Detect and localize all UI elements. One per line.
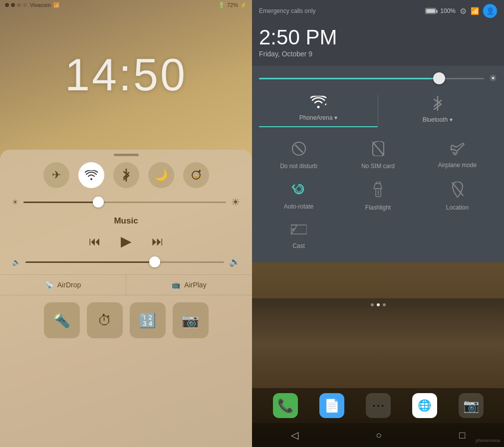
phonearena-watermark: phoneArena [476, 438, 500, 443]
android-brightness-thumb[interactable] [433, 72, 445, 84]
ios-control-center: ✈ 🌙 [0, 150, 252, 447]
android-back-button[interactable]: ◁ [281, 426, 308, 444]
android-status-right: 100% ⚙ 📶 👤 [425, 4, 497, 18]
android-toggle-autorotate[interactable]: Auto-rotate [259, 176, 338, 217]
android-nosim-icon [372, 141, 385, 160]
ios-lock-screen-top: 14:50 [0, 0, 252, 150]
android-toggle-airplane[interactable]: Airplane mode [418, 135, 497, 176]
android-autorotate-icon [291, 182, 306, 200]
android-toggle-donotdisturb[interactable]: Do not disturb [259, 135, 338, 176]
android-location-label: Location [446, 204, 469, 211]
ios-airdrop-button[interactable]: 📡 AirDrop [0, 275, 126, 295]
android-battery-fill [426, 9, 435, 13]
ios-music-section: Music ⏮ ▶ ⏭ [0, 216, 252, 249]
ios-brightness-thumb[interactable] [93, 197, 104, 208]
android-recents-button[interactable]: □ [449, 427, 475, 444]
android-home-button[interactable]: ○ [366, 427, 392, 444]
android-dock-apps[interactable]: ⋯ [366, 393, 391, 418]
ios-volume-track[interactable] [25, 261, 224, 263]
ios-rewind-button[interactable]: ⏮ [89, 234, 101, 248]
ios-clock: 14:50 [65, 49, 187, 101]
ios-toggle-bluetooth[interactable] [113, 162, 139, 188]
ios-calculator-button[interactable]: 🔢 [130, 302, 166, 338]
android-nosim-label: No SIM card [361, 163, 395, 170]
svg-line-4 [373, 142, 384, 155]
svg-line-13 [452, 183, 463, 196]
android-brightness-row: ☀ [259, 73, 497, 84]
ios-panel: Vivacom 📶 🔋 72% ⚡ 14:50 ✈ [0, 0, 252, 447]
ios-flashlight-button[interactable]: 🔦 [44, 302, 80, 338]
android-page-dot-3 [383, 303, 386, 306]
ios-volume-high-icon: 🔊 [229, 256, 240, 267]
android-wifi-icon [310, 96, 326, 112]
ios-play-button[interactable]: ▶ [121, 233, 132, 249]
ios-airdrop-icon: 📡 [45, 281, 53, 289]
android-clock: 2:50 PM [259, 26, 497, 49]
ios-music-controls: ⏮ ▶ ⏭ [0, 233, 252, 249]
ios-brightness-track[interactable] [23, 202, 226, 203]
ios-toggle-wifi[interactable] [78, 162, 104, 188]
ios-airplay-button[interactable]: 📺 AirPlay [126, 275, 252, 295]
ios-brightness-row: ☀ ☀ [0, 196, 252, 208]
android-quick-toggle-grid: Do not disturb No SIM card [259, 135, 497, 255]
android-bluetooth-icon [433, 96, 443, 114]
android-panel: Emergency calls only 100% ⚙ 📶 👤 2:50 PM … [252, 0, 504, 447]
android-bluetooth-item[interactable]: Bluetooth ▾ [378, 93, 497, 127]
ios-volume-low-icon: 🔈 [12, 258, 20, 266]
android-wifi-label: PhoneArena ▾ [299, 114, 338, 121]
android-user-avatar[interactable]: 👤 [483, 4, 497, 18]
ios-timer-button[interactable]: ⏱ [87, 302, 123, 338]
ios-camera-button[interactable]: 📷 [173, 302, 209, 338]
android-bluetooth-dropdown-icon: ▾ [450, 116, 453, 123]
ios-volume-thumb[interactable] [149, 256, 160, 267]
android-wifi-dropdown-icon: ▾ [334, 114, 337, 121]
ios-toggle-rotation[interactable]: 🔒 [183, 162, 209, 188]
android-cast-icon [291, 223, 307, 239]
android-brightness-track[interactable] [259, 78, 484, 79]
android-dock-phone[interactable]: 📞 [273, 393, 298, 418]
ios-share-row: 📡 AirDrop 📺 AirPlay [0, 274, 252, 295]
ios-toggle-airplane[interactable]: ✈ [43, 162, 69, 188]
ios-airplay-label: AirPlay [184, 281, 206, 289]
android-dock-docs[interactable]: 📄 [319, 393, 344, 418]
android-dock-chrome[interactable]: 🌐 [412, 393, 437, 418]
android-dock-camera[interactable]: 📷 [459, 393, 484, 418]
android-battery-pct: 100% [440, 7, 456, 14]
svg-rect-14 [291, 225, 307, 234]
android-location-icon [451, 182, 464, 201]
android-toggle-location[interactable]: Location [418, 176, 497, 217]
ios-music-title: Music [0, 216, 252, 226]
android-donotdisturb-label: Do not disturb [280, 163, 317, 170]
android-brightness-icon: ☀ [489, 73, 497, 84]
ios-airplay-icon: 📺 [172, 281, 180, 289]
svg-rect-9 [295, 186, 302, 193]
android-flashlight-label: Flashlight [365, 204, 391, 211]
android-airplane-label: Airplane mode [438, 162, 477, 169]
android-navigation-bar: ◁ ○ □ [252, 423, 504, 447]
android-brightness-fill [259, 78, 439, 79]
ios-quick-actions: 🔦 ⏱ 🔢 📷 [0, 302, 252, 338]
android-toggle-flashlight[interactable]: Flashlight [338, 176, 418, 217]
ios-brightness-high-icon: ☀ [231, 196, 240, 208]
android-cast-status-icon: 📶 [471, 7, 479, 15]
ios-toggle-donotdisturb[interactable]: 🌙 [148, 162, 174, 188]
android-cast-label: Cast [292, 242, 305, 249]
android-settings-icon[interactable]: ⚙ [460, 6, 467, 16]
android-date: Friday, October 9 [259, 50, 497, 58]
svg-text:🔒: 🔒 [193, 173, 199, 179]
android-bottom: 📞 📄 ⋯ 🌐 📷 ◁ ○ □ [252, 298, 504, 447]
android-wifi-item[interactable]: PhoneArena ▾ [259, 93, 378, 127]
ios-quick-toggles: ✈ 🌙 [0, 162, 252, 188]
android-quick-settings: ☀ PhoneArena ▾ [252, 66, 504, 262]
ios-cc-handle [114, 154, 139, 156]
ios-volume-row: 🔈 🔊 [0, 256, 252, 267]
svg-line-3 [295, 145, 302, 152]
android-toggle-nosim[interactable]: No SIM card [338, 135, 418, 176]
android-status-bar: Emergency calls only 100% ⚙ 📶 👤 [252, 0, 504, 22]
android-bluetooth-label: Bluetooth ▾ [423, 116, 453, 123]
android-toggle-cast[interactable]: Cast [259, 217, 338, 255]
ios-brightness-fill [23, 202, 98, 203]
ios-fastforward-button[interactable]: ⏭ [152, 234, 164, 248]
android-page-dot-2 [377, 303, 380, 306]
android-dock: 📞 📄 ⋯ 🌐 📷 [252, 388, 504, 423]
